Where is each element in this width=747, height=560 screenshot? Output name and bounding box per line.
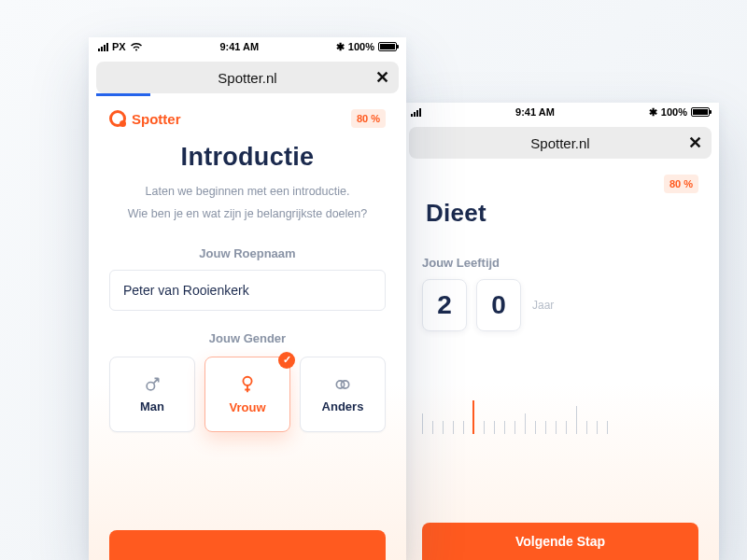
- status-time: 9:41 AM: [219, 41, 259, 52]
- phone-back: 9:41 AM ✱ 100% Spotter.nl ✕ 80 % Dieet J…: [402, 103, 719, 560]
- age-digit-2[interactable]: 0: [476, 279, 521, 331]
- progress-badge: 80 %: [351, 109, 386, 128]
- gender-option-anders[interactable]: Anders: [300, 357, 386, 432]
- close-icon[interactable]: ✕: [375, 67, 389, 88]
- carrier: PX: [112, 41, 126, 52]
- status-bar: 9:41 AM ✱ 100%: [402, 103, 719, 121]
- battery-pct: 100%: [661, 106, 687, 118]
- signal-icon: [411, 108, 421, 117]
- name-input[interactable]: [109, 270, 386, 311]
- wifi-icon: [130, 42, 143, 51]
- age-digit-1[interactable]: 2: [422, 279, 467, 331]
- bluetooth-icon: ✱: [336, 41, 345, 53]
- url-bar[interactable]: Spotter.nl ✕: [96, 62, 399, 93]
- bluetooth-icon: ✱: [649, 106, 657, 119]
- next-step-button[interactable]: Volgende Stap: [422, 523, 698, 560]
- battery-icon: [378, 42, 397, 51]
- brand: Spotter: [109, 110, 181, 127]
- gender-option-man[interactable]: Man: [109, 357, 195, 432]
- signal-icon: [98, 43, 108, 51]
- name-label: Jouw Roepnaam: [109, 246, 386, 260]
- status-time: 9:41 AM: [515, 106, 555, 118]
- male-icon: [143, 375, 162, 394]
- subtitle: Laten we beginnen met een introductie. W…: [109, 181, 386, 226]
- page-title: Introductie: [109, 143, 386, 172]
- check-icon: ✓: [278, 352, 295, 369]
- age-digits: 2 0 Jaar: [422, 279, 698, 331]
- primary-cta-button[interactable]: [109, 530, 386, 560]
- status-bar: PX 9:41 AM ✱ 100%: [89, 37, 406, 56]
- gender-label: Jouw Gender: [109, 331, 386, 345]
- brand-logo-icon: [109, 110, 126, 127]
- url-bar[interactable]: Spotter.nl ✕: [409, 127, 712, 159]
- brand-name: Spotter: [132, 111, 181, 127]
- age-label: Jouw Leeftijd: [422, 256, 698, 270]
- age-unit: Jaar: [532, 299, 554, 312]
- svg-point-1: [243, 376, 251, 385]
- page-title: Dieet: [422, 199, 698, 228]
- other-gender-icon: [333, 375, 352, 394]
- phone-front: PX 9:41 AM ✱ 100% Spotter.nl ✕ Spotter 8…: [89, 37, 406, 560]
- battery-pct: 100%: [348, 41, 374, 52]
- progress-badge: 80 %: [664, 175, 698, 193]
- ruler-needle[interactable]: [472, 400, 474, 434]
- battery-icon: [691, 107, 710, 117]
- close-icon[interactable]: ✕: [688, 133, 702, 153]
- age-ruler[interactable]: [422, 387, 698, 434]
- url-text: Spotter.nl: [530, 135, 589, 151]
- url-text: Spotter.nl: [218, 70, 276, 86]
- gender-option-vrouw[interactable]: ✓ Vrouw: [204, 357, 290, 432]
- svg-point-0: [147, 382, 154, 389]
- female-icon: [237, 374, 258, 395]
